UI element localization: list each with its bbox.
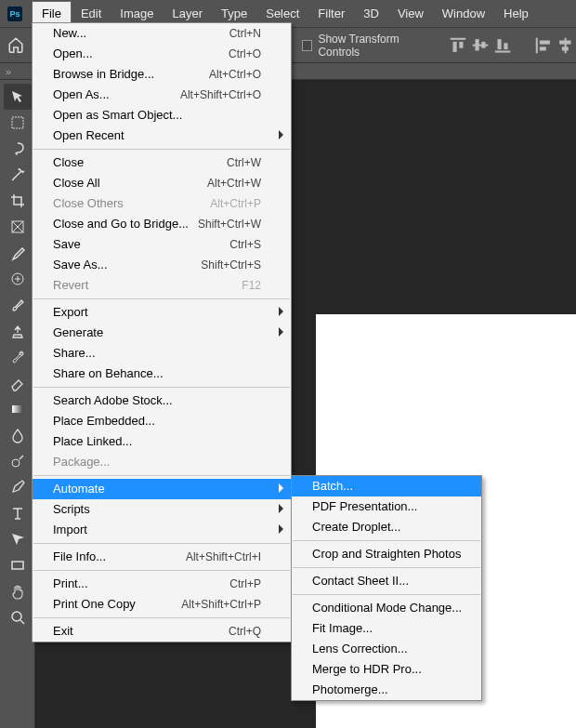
svg-rect-3 xyxy=(473,44,489,46)
svg-rect-21 xyxy=(12,562,23,569)
submenu-item-lens-correction[interactable]: Lens Correction... xyxy=(292,639,481,659)
align-vcenter-icon[interactable] xyxy=(470,35,491,56)
tool-frame[interactable] xyxy=(4,214,32,240)
submenu-arrow-icon xyxy=(279,504,283,513)
tool-eyedropper[interactable] xyxy=(4,240,32,266)
tool-history[interactable] xyxy=(4,344,32,370)
home-icon[interactable] xyxy=(7,36,24,55)
align-left-icon[interactable] xyxy=(533,35,554,56)
menu-item-shortcut: Ctrl+P xyxy=(229,577,261,590)
svg-rect-9 xyxy=(536,37,538,53)
tool-eraser[interactable] xyxy=(4,370,32,396)
menu-item-open-as[interactable]: Open As...Alt+Shift+Ctrl+O xyxy=(33,85,291,105)
tool-path[interactable] xyxy=(4,526,32,552)
menu-item-browse-in-bridge[interactable]: Browse in Bridge...Alt+Ctrl+O xyxy=(33,64,291,85)
tool-crop[interactable] xyxy=(4,188,32,214)
tool-blur[interactable] xyxy=(4,422,32,448)
menu-item-label: PDF Presentation... xyxy=(312,500,417,513)
menu-item-save[interactable]: SaveCtrl+S xyxy=(33,234,291,255)
menu-item-label: Browse in Bridge... xyxy=(53,68,154,81)
menu-item-print[interactable]: Print...Ctrl+P xyxy=(33,574,291,594)
menu-item-place-linked[interactable]: Place Linked... xyxy=(33,431,291,452)
menu-item-label: Share on Behance... xyxy=(53,367,164,380)
menu-item-package: Package... xyxy=(33,452,291,472)
show-transform-checkbox[interactable]: Show Transform Controls xyxy=(302,33,431,59)
submenu-item-batch[interactable]: Batch... xyxy=(292,476,481,496)
svg-rect-2 xyxy=(459,41,463,47)
menu-item-share-on-behance[interactable]: Share on Behance... xyxy=(33,364,291,384)
menu-item-place-embedded[interactable]: Place Embedded... xyxy=(33,411,291,431)
tool-gradient[interactable] xyxy=(4,396,32,422)
tool-rectangle[interactable] xyxy=(4,552,32,578)
tool-dodge[interactable] xyxy=(4,448,32,474)
menu-item-label: Place Linked... xyxy=(53,435,132,448)
menu-item-label: Open... xyxy=(53,47,93,60)
svg-point-22 xyxy=(12,612,21,621)
menu-item-label: Automate xyxy=(53,483,105,496)
menu-item-print-one-copy[interactable]: Print One CopyAlt+Shift+Ctrl+P xyxy=(33,594,291,615)
menu-item-shortcut: F12 xyxy=(242,279,261,292)
submenu-item-photomerge[interactable]: Photomerge... xyxy=(292,680,481,700)
menu-item-exit[interactable]: ExitCtrl+Q xyxy=(33,621,291,642)
tool-type[interactable] xyxy=(4,500,32,526)
menu-item-shortcut: Alt+Shift+Ctrl+I xyxy=(186,550,261,563)
tab-expand-icon[interactable]: » xyxy=(6,66,11,77)
tool-brush[interactable] xyxy=(4,292,32,318)
tool-move[interactable] xyxy=(4,84,32,110)
menu-item-share[interactable]: Share... xyxy=(33,343,291,364)
svg-rect-7 xyxy=(498,39,502,49)
menu-item-new[interactable]: New...Ctrl+N xyxy=(33,23,291,44)
align-top-icon[interactable] xyxy=(448,35,468,56)
submenu-item-fit-image[interactable]: Fit Image... xyxy=(292,618,481,639)
menu-item-shortcut: Alt+Shift+Ctrl+P xyxy=(181,598,261,611)
submenu-item-pdf-presentation[interactable]: PDF Presentation... xyxy=(292,496,481,517)
menu-view[interactable]: View xyxy=(388,1,433,27)
menu-item-search-adobe-stock[interactable]: Search Adobe Stock... xyxy=(33,390,291,411)
menu-item-generate[interactable]: Generate xyxy=(33,323,291,343)
menu-item-open-as-smart-object[interactable]: Open as Smart Object... xyxy=(33,105,291,126)
menu-item-close[interactable]: CloseCtrl+W xyxy=(33,152,291,173)
menu-item-open-recent[interactable]: Open Recent xyxy=(33,126,291,146)
menu-item-scripts[interactable]: Scripts xyxy=(33,499,291,520)
tool-pen[interactable] xyxy=(4,474,32,500)
menu-item-label: Close Others xyxy=(53,197,124,210)
menu-3d[interactable]: 3D xyxy=(354,1,388,27)
submenu-item-crop-and-straighten-photos[interactable]: Crop and Straighten Photos xyxy=(292,544,481,564)
menu-item-close-all[interactable]: Close AllAlt+Ctrl+W xyxy=(33,173,291,193)
submenu-item-merge-to-hdr-pro[interactable]: Merge to HDR Pro... xyxy=(292,659,481,680)
submenu-item-contact-sheet-ii[interactable]: Contact Sheet II... xyxy=(292,571,481,591)
menu-separator xyxy=(33,543,290,544)
align-bottom-icon[interactable] xyxy=(492,35,513,56)
menu-item-label: Print One Copy xyxy=(53,598,136,611)
submenu-item-create-droplet[interactable]: Create Droplet... xyxy=(292,517,481,537)
menu-item-label: Generate xyxy=(53,326,103,339)
menu-filter[interactable]: Filter xyxy=(308,1,354,27)
submenu-arrow-icon xyxy=(279,524,283,534)
menu-item-export[interactable]: Export xyxy=(33,302,291,323)
menu-item-label: Import xyxy=(53,523,87,536)
tool-marquee[interactable] xyxy=(4,110,32,136)
menu-item-save-as[interactable]: Save As...Shift+Ctrl+S xyxy=(33,255,291,275)
tool-hand[interactable] xyxy=(4,578,32,604)
menu-item-shortcut: Shift+Ctrl+W xyxy=(198,218,261,231)
tool-clone[interactable] xyxy=(4,318,32,344)
menu-help[interactable]: Help xyxy=(494,1,538,27)
svg-rect-12 xyxy=(565,37,567,53)
submenu-arrow-icon xyxy=(279,327,283,337)
menu-item-label: Save As... xyxy=(53,258,108,271)
menu-item-revert: RevertF12 xyxy=(33,275,291,296)
align-hcenter-icon[interactable] xyxy=(556,35,576,56)
tool-zoom[interactable] xyxy=(4,604,32,630)
tool-lasso[interactable] xyxy=(4,136,32,162)
menu-item-open[interactable]: Open...Ctrl+O xyxy=(33,44,291,64)
menu-item-close-and-go-to-bridge[interactable]: Close and Go to Bridge...Shift+Ctrl+W xyxy=(33,214,291,234)
menu-item-file-info[interactable]: File Info...Alt+Shift+Ctrl+I xyxy=(33,547,291,567)
svg-rect-19 xyxy=(12,405,23,413)
tool-healing[interactable] xyxy=(4,266,32,292)
menu-item-shortcut: Alt+Ctrl+W xyxy=(207,177,261,190)
menu-item-automate[interactable]: Automate xyxy=(33,479,291,499)
tool-wand[interactable] xyxy=(4,162,32,188)
menu-item-import[interactable]: Import xyxy=(33,520,291,540)
submenu-item-conditional-mode-change[interactable]: Conditional Mode Change... xyxy=(292,598,481,618)
menu-window[interactable]: Window xyxy=(433,1,494,27)
